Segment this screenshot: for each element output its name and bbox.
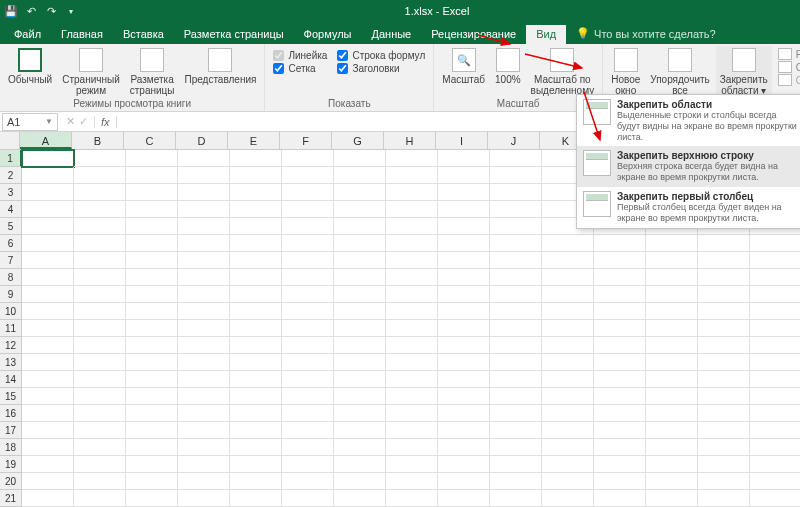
- select-all-corner[interactable]: [0, 132, 20, 149]
- cell-D17[interactable]: [178, 422, 230, 439]
- cell-O21[interactable]: [750, 490, 800, 507]
- cell-J4[interactable]: [490, 201, 542, 218]
- cell-B12[interactable]: [74, 337, 126, 354]
- cell-C10[interactable]: [126, 303, 178, 320]
- cell-C7[interactable]: [126, 252, 178, 269]
- hide-button[interactable]: Скрыть: [778, 61, 800, 73]
- cell-D8[interactable]: [178, 269, 230, 286]
- cell-H15[interactable]: [386, 388, 438, 405]
- cell-N11[interactable]: [698, 320, 750, 337]
- cell-F8[interactable]: [282, 269, 334, 286]
- cell-L13[interactable]: [594, 354, 646, 371]
- cell-N10[interactable]: [698, 303, 750, 320]
- cell-J3[interactable]: [490, 184, 542, 201]
- column-header-J[interactable]: J: [488, 132, 540, 149]
- cell-G21[interactable]: [334, 490, 386, 507]
- cell-D16[interactable]: [178, 405, 230, 422]
- cell-E4[interactable]: [230, 201, 282, 218]
- cell-D9[interactable]: [178, 286, 230, 303]
- redo-icon[interactable]: ↷: [44, 4, 58, 18]
- cell-C9[interactable]: [126, 286, 178, 303]
- cell-E16[interactable]: [230, 405, 282, 422]
- cell-K18[interactable]: [542, 439, 594, 456]
- cell-O6[interactable]: [750, 235, 800, 252]
- cell-B21[interactable]: [74, 490, 126, 507]
- cell-C15[interactable]: [126, 388, 178, 405]
- cell-B15[interactable]: [74, 388, 126, 405]
- cell-M7[interactable]: [646, 252, 698, 269]
- cell-A12[interactable]: [22, 337, 74, 354]
- cell-A13[interactable]: [22, 354, 74, 371]
- cell-L17[interactable]: [594, 422, 646, 439]
- cell-H4[interactable]: [386, 201, 438, 218]
- cell-N13[interactable]: [698, 354, 750, 371]
- headings-checkbox[interactable]: Заголовки: [337, 63, 425, 74]
- column-header-B[interactable]: B: [72, 132, 124, 149]
- freeze-top-row-item[interactable]: Закрепить верхнюю строку Верхняя строка …: [577, 146, 800, 187]
- cell-J7[interactable]: [490, 252, 542, 269]
- cell-B20[interactable]: [74, 473, 126, 490]
- fx-icon[interactable]: fx: [94, 116, 117, 128]
- cell-D20[interactable]: [178, 473, 230, 490]
- cell-E13[interactable]: [230, 354, 282, 371]
- cell-F9[interactable]: [282, 286, 334, 303]
- cell-C20[interactable]: [126, 473, 178, 490]
- cell-M17[interactable]: [646, 422, 698, 439]
- normal-view-button[interactable]: Обычный: [4, 46, 56, 98]
- cell-K12[interactable]: [542, 337, 594, 354]
- cell-B1[interactable]: [74, 150, 126, 167]
- cell-C16[interactable]: [126, 405, 178, 422]
- cell-B10[interactable]: [74, 303, 126, 320]
- row-header-12[interactable]: 12: [0, 337, 22, 354]
- cell-F12[interactable]: [282, 337, 334, 354]
- cell-C6[interactable]: [126, 235, 178, 252]
- cell-F7[interactable]: [282, 252, 334, 269]
- cell-L15[interactable]: [594, 388, 646, 405]
- cell-E18[interactable]: [230, 439, 282, 456]
- tab-file[interactable]: Файл: [4, 25, 51, 44]
- cell-G1[interactable]: [334, 150, 386, 167]
- tab-review[interactable]: Рецензирование: [421, 25, 526, 44]
- cell-A5[interactable]: [22, 218, 74, 235]
- cell-G5[interactable]: [334, 218, 386, 235]
- cell-I15[interactable]: [438, 388, 490, 405]
- cell-I10[interactable]: [438, 303, 490, 320]
- cell-B16[interactable]: [74, 405, 126, 422]
- cell-H8[interactable]: [386, 269, 438, 286]
- cell-J11[interactable]: [490, 320, 542, 337]
- qat-dropdown-icon[interactable]: ▾: [64, 4, 78, 18]
- cell-D11[interactable]: [178, 320, 230, 337]
- cell-E19[interactable]: [230, 456, 282, 473]
- cell-I14[interactable]: [438, 371, 490, 388]
- cell-I16[interactable]: [438, 405, 490, 422]
- cell-D15[interactable]: [178, 388, 230, 405]
- cell-N14[interactable]: [698, 371, 750, 388]
- ruler-checkbox[interactable]: Линейка: [273, 50, 327, 61]
- cell-A16[interactable]: [22, 405, 74, 422]
- cell-I11[interactable]: [438, 320, 490, 337]
- cell-J13[interactable]: [490, 354, 542, 371]
- undo-icon[interactable]: ↶: [24, 4, 38, 18]
- cell-L7[interactable]: [594, 252, 646, 269]
- row-header-5[interactable]: 5: [0, 218, 22, 235]
- cell-K17[interactable]: [542, 422, 594, 439]
- freeze-panes-button[interactable]: Закрепить области ▾: [716, 46, 772, 98]
- cell-E2[interactable]: [230, 167, 282, 184]
- cell-N17[interactable]: [698, 422, 750, 439]
- cell-I4[interactable]: [438, 201, 490, 218]
- cell-M12[interactable]: [646, 337, 698, 354]
- cell-M14[interactable]: [646, 371, 698, 388]
- pagelayout-view-button[interactable]: Разметка страницы: [126, 46, 179, 98]
- cell-A4[interactable]: [22, 201, 74, 218]
- cell-J8[interactable]: [490, 269, 542, 286]
- cell-L10[interactable]: [594, 303, 646, 320]
- cell-F1[interactable]: [282, 150, 334, 167]
- cell-G15[interactable]: [334, 388, 386, 405]
- cell-K11[interactable]: [542, 320, 594, 337]
- cell-O8[interactable]: [750, 269, 800, 286]
- cell-N9[interactable]: [698, 286, 750, 303]
- cell-H11[interactable]: [386, 320, 438, 337]
- cell-I19[interactable]: [438, 456, 490, 473]
- cell-C1[interactable]: [126, 150, 178, 167]
- cell-D18[interactable]: [178, 439, 230, 456]
